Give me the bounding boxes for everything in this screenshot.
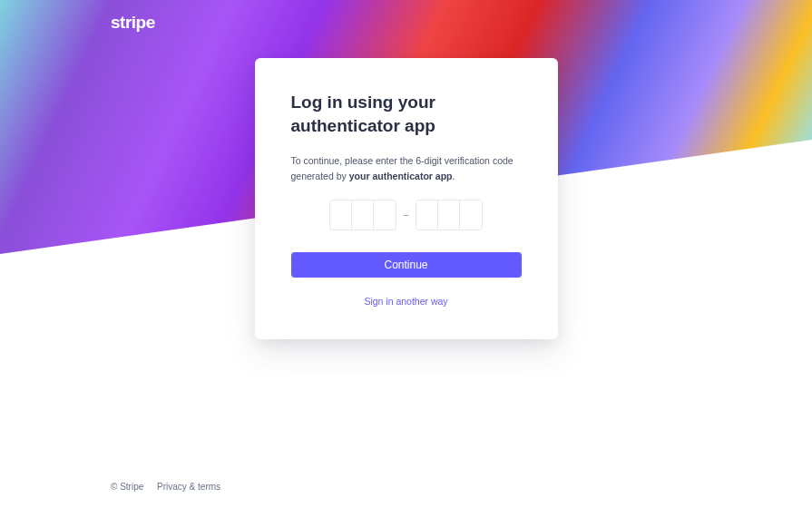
code-digit-5[interactable] xyxy=(438,200,460,230)
card-heading: Log in using your authenticator app xyxy=(291,91,522,137)
continue-button[interactable]: Continue xyxy=(291,252,522,278)
stripe-logo: stripe xyxy=(111,13,155,33)
code-digit-1[interactable] xyxy=(330,200,352,230)
code-digit-3[interactable] xyxy=(374,200,396,230)
code-group-2 xyxy=(416,200,483,230)
code-digit-6[interactable] xyxy=(460,200,482,230)
verification-code-row: – xyxy=(291,200,522,230)
instructions-suffix: . xyxy=(452,171,455,181)
footer-copyright: © Stripe xyxy=(111,482,143,492)
auth-card: Log in using your authenticator app To c… xyxy=(255,58,558,339)
footer: © Stripe Privacy & terms xyxy=(111,482,220,492)
code-digit-2[interactable] xyxy=(352,200,374,230)
code-digit-4[interactable] xyxy=(416,200,438,230)
card-instructions: To continue, please enter the 6-digit ve… xyxy=(291,153,522,183)
sign-in-another-way-link[interactable]: Sign in another way xyxy=(291,296,522,307)
footer-privacy-link[interactable]: Privacy & terms xyxy=(157,482,220,492)
instructions-bold: your authenticator app xyxy=(349,171,453,181)
code-group-1 xyxy=(329,200,396,230)
code-separator: – xyxy=(404,210,409,220)
